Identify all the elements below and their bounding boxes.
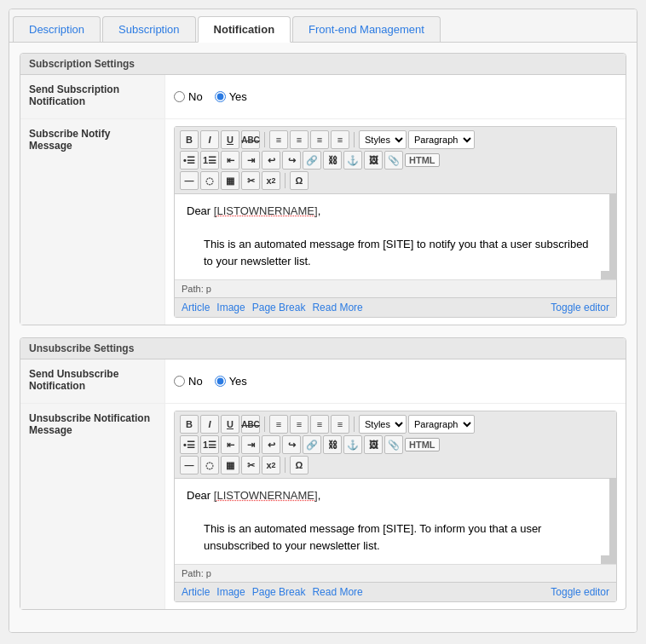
subscribe-path-text: Path: p — [182, 284, 211, 294]
resize-handle[interactable] — [601, 271, 609, 279]
italic-button[interactable]: I — [200, 130, 219, 149]
unsub-indent-button[interactable]: ⇥ — [241, 435, 260, 454]
unsubscribe-notify-label: Unsubscribe Notification Message — [20, 404, 165, 609]
unsub-paragraph-select[interactable]: Paragraph — [408, 415, 475, 434]
send-subscription-label: Send Subscription Notification — [20, 75, 165, 118]
unsub-radio-no-input[interactable] — [174, 376, 185, 387]
unsub-unlink-button[interactable]: ⛓ — [323, 435, 342, 454]
unsubscribe-article-link[interactable]: Article — [182, 586, 210, 598]
unsub-hr-button[interactable]: — — [180, 456, 199, 474]
unsub-radio-yes-option[interactable]: Yes — [215, 375, 247, 388]
send-subscription-row: Send Subscription Notification No Yes — [20, 75, 626, 119]
unsub-table-button[interactable]: ▦ — [221, 456, 239, 474]
unsubscribe-section-header: Unsubscribe Settings — [20, 338, 626, 359]
cut-button[interactable]: ✂ — [241, 171, 260, 190]
radio-yes-input[interactable] — [215, 91, 226, 102]
send-subscription-radio-group: No Yes — [174, 82, 617, 112]
unsub-cut-button[interactable]: ✂ — [241, 456, 260, 474]
tab-notification[interactable]: Notification — [198, 16, 291, 43]
subscribe-read-more-link[interactable]: Read More — [312, 302, 362, 313]
unlink-button[interactable]: ⛓ — [323, 151, 342, 170]
hr-button[interactable]: — — [180, 171, 199, 190]
unsubscribe-dear-line: Dear [LISTOWNERNAME], — [187, 487, 597, 504]
unsub-bold-button[interactable]: B — [180, 415, 199, 434]
toolbar-row-2: •☰ 1☰ ⇤ ⇥ ↩ ↪ 🔗 ⛓ ⚓ 🖼 — [180, 151, 611, 170]
undo-button[interactable]: ↩ — [262, 151, 280, 170]
unsubscribe-page-break-link[interactable]: Page Break — [252, 586, 306, 598]
unsub-undo-button[interactable]: ↩ — [262, 435, 280, 454]
radio-yes-option[interactable]: Yes — [215, 90, 247, 103]
unsub-align-justify-button[interactable]: ≡ — [331, 415, 349, 434]
unsubscribe-image-link[interactable]: Image — [216, 586, 245, 598]
unsubscribe-toolbar: B I U ABC ≡ ≡ ≡ ≡ — [175, 411, 616, 479]
subscript-button[interactable]: x2 — [262, 171, 280, 190]
unsub-align-center-button[interactable]: ≡ — [290, 415, 309, 434]
subscribe-page-break-link[interactable]: Page Break — [252, 302, 306, 313]
radio-no-input[interactable] — [174, 91, 185, 102]
styles-select[interactable]: Styles — [359, 130, 407, 149]
unsub-ol-button[interactable]: 1☰ — [200, 435, 219, 454]
unsub-anchor-button[interactable]: ⚓ — [343, 435, 362, 454]
unsubscribe-read-more-link[interactable]: Read More — [312, 586, 362, 598]
subscribe-article-link[interactable]: Article — [182, 302, 210, 313]
unsub-strikethrough-button[interactable]: ABC — [241, 415, 260, 434]
unsub-toolbar-row-2: •☰ 1☰ ⇤ ⇥ ↩ ↪ 🔗 ⛓ ⚓ 🖼 — [180, 435, 611, 454]
align-justify-button[interactable]: ≡ — [331, 130, 349, 149]
paragraph-select[interactable]: Paragraph — [408, 130, 475, 149]
tab-frontend[interactable]: Front-end Management — [292, 16, 441, 42]
unsub-align-right-button[interactable]: ≡ — [310, 415, 329, 434]
align-right-button[interactable]: ≡ — [310, 130, 329, 149]
align-center-button[interactable]: ≡ — [290, 130, 309, 149]
unsub-toolbar-sep-1 — [264, 417, 265, 432]
unsub-subscript-button[interactable]: x2 — [262, 456, 280, 474]
unsub-align-left-button[interactable]: ≡ — [269, 415, 288, 434]
unsub-toolbar-sep-3 — [285, 457, 286, 473]
ol-button[interactable]: 1☰ — [200, 151, 219, 170]
indent-button[interactable]: ⇥ — [241, 151, 260, 170]
unsubscribe-bottom-bar: Article Image Page Break Read More Toggl… — [175, 582, 616, 601]
strikethrough-button[interactable]: ABC — [241, 130, 260, 149]
redo-button[interactable]: ↪ — [282, 151, 301, 170]
media-button[interactable]: 📎 — [384, 151, 403, 170]
unsub-html-label[interactable]: HTML — [405, 438, 440, 451]
unsub-erase-button[interactable]: ◌ — [200, 456, 219, 474]
unsub-radio-no-option[interactable]: No — [174, 375, 203, 388]
unsub-image-insert-button[interactable]: 🖼 — [364, 435, 383, 454]
align-left-button[interactable]: ≡ — [269, 130, 288, 149]
unsub-toolbar-row-3: — ◌ ▦ ✂ x2 Ω — [180, 456, 611, 474]
subscribe-toggle-editor[interactable]: Toggle editor — [551, 302, 609, 313]
tab-description[interactable]: Description — [13, 16, 101, 42]
outdent-button[interactable]: ⇤ — [221, 151, 239, 170]
subscribe-image-link[interactable]: Image — [216, 302, 245, 313]
link-button[interactable]: 🔗 — [303, 151, 321, 170]
unsubscribe-toggle-editor[interactable]: Toggle editor — [551, 586, 609, 598]
bold-button[interactable]: B — [180, 130, 199, 149]
main-content: Subscription Settings Send Subscription … — [9, 43, 637, 632]
subscribe-dear-line: Dear [LISTOWNERNAME], — [187, 203, 597, 220]
unsub-redo-button[interactable]: ↪ — [282, 435, 301, 454]
table-button[interactable]: ▦ — [221, 171, 239, 190]
unsub-media-button[interactable]: 📎 — [384, 435, 403, 454]
unsub-outdent-button[interactable]: ⇤ — [221, 435, 239, 454]
anchor-button[interactable]: ⚓ — [343, 151, 362, 170]
unsubscribe-editor-content[interactable]: Dear [LISTOWNERNAME], This is an automat… — [175, 479, 616, 564]
unsub-resize-handle[interactable] — [601, 555, 609, 564]
unsubscribe-body-text: This is an automated message from [SITE]… — [204, 520, 597, 554]
omega-button[interactable]: Ω — [290, 171, 309, 190]
html-label[interactable]: HTML — [405, 153, 440, 167]
unsub-radio-yes-input[interactable] — [215, 376, 226, 387]
unsub-underline-button[interactable]: U — [221, 415, 239, 434]
tab-subscription[interactable]: Subscription — [102, 16, 196, 42]
unsub-radio-no-label: No — [188, 375, 203, 388]
underline-button[interactable]: U — [221, 130, 239, 149]
radio-no-option[interactable]: No — [174, 90, 203, 103]
unsub-omega-button[interactable]: Ω — [290, 456, 309, 474]
erase-button[interactable]: ◌ — [200, 171, 219, 190]
ul-button[interactable]: •☰ — [180, 151, 199, 170]
unsub-link-button[interactable]: 🔗 — [303, 435, 321, 454]
unsub-styles-select[interactable]: Styles — [359, 415, 407, 434]
image-insert-button[interactable]: 🖼 — [364, 151, 383, 170]
subscribe-editor-content[interactable]: Dear [LISTOWNERNAME], This is an automat… — [175, 194, 616, 279]
unsub-ul-button[interactable]: •☰ — [180, 435, 199, 454]
unsub-italic-button[interactable]: I — [200, 415, 219, 434]
